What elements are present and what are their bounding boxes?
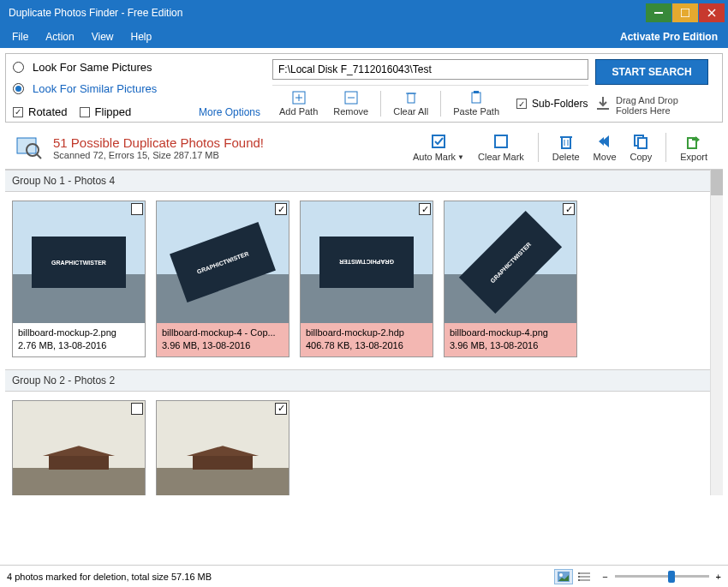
options-panel: Look For Same Pictures Look For Similar … — [5, 53, 723, 123]
export-icon — [685, 133, 702, 150]
move-button[interactable]: Move — [587, 131, 624, 164]
rotated-label: Rotated — [28, 105, 68, 118]
maximize-button[interactable] — [672, 3, 698, 22]
checkbox-icon: ✓ — [516, 99, 527, 109]
checkbox-subfolders[interactable]: ✓ Sub-Folders — [516, 98, 588, 110]
thumbnail-row: GRAPHICTWISTERbillboard-mockup-2.png2.76… — [5, 192, 723, 369]
scrollbar-thumb[interactable] — [711, 170, 723, 195]
zoom-in-button[interactable]: + — [716, 572, 721, 582]
statusbar: 4 photos marked for deletion, total size… — [0, 565, 728, 587]
right-column: START SEARCH Drag And Drop Folders Here — [595, 59, 715, 118]
window-title: Duplicate Photos Finder - Free Edition — [0, 7, 646, 19]
clear-mark-button[interactable]: Clear Mark — [471, 131, 531, 164]
thumbnail-filename: billboard-mockup-2.hdp — [306, 326, 427, 339]
delete-button[interactable]: Delete — [546, 131, 587, 164]
svg-rect-18 — [495, 135, 507, 147]
radio-icon — [13, 83, 24, 94]
zoom-slider-thumb[interactable] — [668, 571, 675, 583]
activate-pro-link[interactable]: Activate Pro Edition — [620, 31, 725, 43]
svg-line-16 — [37, 154, 41, 159]
svg-rect-12 — [474, 91, 479, 93]
thumbnail-view-button[interactable] — [554, 569, 573, 584]
trash-icon — [558, 133, 575, 150]
thumbnail[interactable]: GRAPHICTWISTER✓billboard-mockup-4.png3.9… — [444, 201, 577, 357]
group-header[interactable]: Group No 1 - Photos 4 — [5, 170, 723, 192]
menubar: File Action View Help Activate Pro Editi… — [0, 26, 728, 48]
path-column: F:\Local Disk F_7112016043\Test Add Path… — [272, 59, 588, 118]
copy-button[interactable]: Copy — [624, 131, 659, 164]
minimize-button[interactable] — [646, 3, 671, 22]
list-icon — [578, 572, 590, 582]
result-bar: 51 Possible Duplicate Photos Found! Scan… — [5, 128, 723, 170]
titlebar: Duplicate Photos Finder - Free Edition — [0, 0, 728, 26]
zoom-out-button[interactable]: − — [602, 572, 607, 582]
trash-icon — [404, 91, 418, 105]
svg-rect-9 — [408, 93, 415, 103]
zoom-control: − + — [602, 572, 721, 582]
scrollbar[interactable] — [710, 170, 723, 495]
thumbnail[interactable]: GRAPHICTWISTER✓billboard-mockup-2.hdp406… — [300, 201, 433, 357]
thumbnail-meta: 3.96 MB, 13-08-2016 — [162, 339, 283, 352]
more-options-link[interactable]: More Options — [199, 106, 266, 118]
svg-rect-24 — [638, 138, 647, 148]
checkbox-flipped[interactable]: Flipped — [80, 105, 132, 118]
thumbnail-checkbox[interactable]: ✓ — [419, 203, 431, 215]
copy-icon — [632, 133, 649, 150]
svg-point-31 — [578, 572, 580, 574]
thumbnail-info: billboard-mockup-2.hdp406.78 KB, 13-08-2… — [301, 323, 433, 356]
forward-icon — [596, 133, 613, 150]
auto-mark-button[interactable]: Auto Mark▼ — [406, 131, 471, 164]
thumbnail-image: GRAPHICTWISTER✓ — [301, 201, 433, 323]
thumbnail-image: GRAPHICTWISTER✓ — [157, 201, 289, 323]
thumbnail-image: ✓ — [157, 401, 289, 495]
paste-path-button[interactable]: Paste Path — [446, 89, 506, 118]
checkbox-icon: ✓ — [13, 107, 23, 117]
add-path-button[interactable]: Add Path — [272, 89, 325, 118]
start-search-button[interactable]: START SEARCH — [595, 59, 708, 85]
thumbnail-filename: billboard-mockup-2.png — [18, 326, 140, 339]
svg-point-33 — [578, 579, 580, 581]
radio-similar-pictures[interactable]: Look For Similar Pictures — [13, 81, 266, 97]
clear-all-button[interactable]: Clear All — [386, 89, 435, 118]
thumbnail-checkbox[interactable]: ✓ — [275, 203, 287, 215]
menu-action[interactable]: Action — [37, 27, 82, 46]
checkbox-icon — [80, 107, 90, 117]
thumbnail-info: billboard-mockup-4 - Cop...3.96 MB, 13-0… — [157, 323, 289, 356]
status-text: 4 photos marked for deletion, total size… — [7, 572, 212, 582]
view-toggle — [554, 569, 594, 584]
radio-icon — [13, 62, 24, 73]
thumbnail-filename: billboard-mockup-4 - Cop... — [162, 326, 283, 339]
remove-path-button[interactable]: Remove — [326, 89, 375, 118]
thumbnail-image: GRAPHICTWISTER✓ — [445, 201, 576, 323]
radio-same-label: Look For Same Pictures — [33, 61, 152, 74]
thumbnail[interactable] — [12, 400, 146, 495]
svg-rect-1 — [681, 9, 689, 17]
list-view-button[interactable] — [575, 569, 594, 584]
zoom-slider[interactable] — [615, 575, 709, 578]
path-list[interactable]: F:\Local Disk F_7112016043\Test — [272, 59, 588, 80]
menu-view[interactable]: View — [83, 27, 122, 46]
checkbox-rotated[interactable]: ✓ Rotated — [13, 105, 68, 118]
results-content: Group No 1 - Photos 4GRAPHICTWISTERbillb… — [5, 170, 723, 495]
export-button[interactable]: Export — [673, 131, 714, 164]
thumbnail-info: billboard-mockup-4.png3.96 MB, 13-08-201… — [445, 323, 576, 356]
thumbnail[interactable]: ✓ — [156, 400, 289, 495]
thumbnail-icon — [558, 572, 570, 582]
svg-rect-19 — [562, 137, 570, 148]
result-subtitle: Scanned 72, Errors 15, Size 287.17 MB — [53, 150, 264, 160]
thumbnail-checkbox[interactable]: ✓ — [563, 203, 575, 215]
thumbnail-checkbox[interactable]: ✓ — [275, 403, 287, 415]
thumbnail-checkbox[interactable] — [131, 203, 143, 215]
menu-file[interactable]: File — [3, 27, 37, 46]
svg-rect-11 — [472, 93, 480, 103]
radio-same-pictures[interactable]: Look For Same Pictures — [13, 59, 266, 75]
thumbnail[interactable]: GRAPHICTWISTERbillboard-mockup-2.png2.76… — [12, 201, 146, 357]
thumbnail-checkbox[interactable] — [131, 403, 143, 415]
group-header[interactable]: Group No 2 - Photos 2 — [5, 369, 723, 392]
drag-drop-hint: Drag And Drop Folders Here — [595, 90, 715, 116]
thumbnail-meta: 3.96 MB, 13-08-2016 — [450, 339, 571, 352]
thumbnail-filename: billboard-mockup-4.png — [450, 326, 571, 339]
thumbnail[interactable]: GRAPHICTWISTER✓billboard-mockup-4 - Cop.… — [156, 201, 289, 357]
close-button[interactable] — [699, 3, 725, 22]
menu-help[interactable]: Help — [122, 27, 161, 46]
